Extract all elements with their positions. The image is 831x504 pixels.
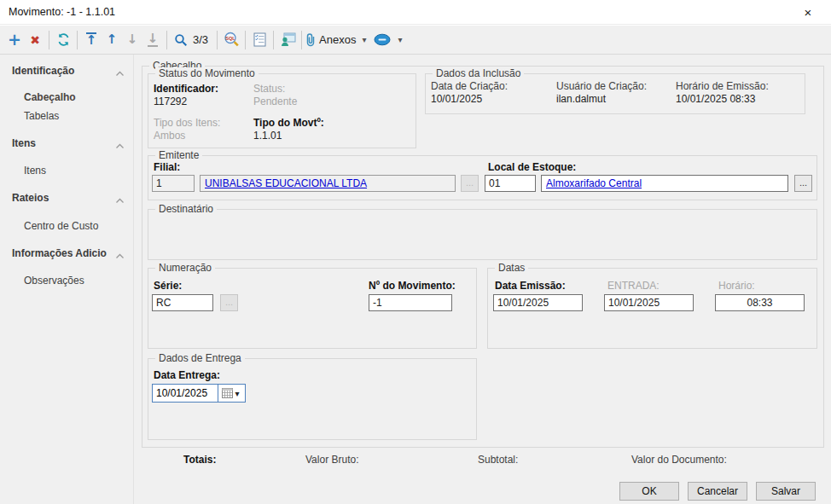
close-icon[interactable]: ×	[799, 4, 817, 21]
filial-name-field: UNIBALSAS EDUCACIONAL LTDA	[200, 175, 456, 192]
main-content: Cabeçalho Status do Movimento Identifica…	[134, 55, 831, 504]
usuario-criacao-value: ilan.dalmut	[556, 93, 606, 105]
tipo-movto-value: 1.1.01	[253, 130, 282, 142]
previous-record-button[interactable]: ↑	[102, 29, 122, 51]
data-entrega-field[interactable]	[153, 385, 218, 401]
ok-button[interactable]: OK	[619, 482, 679, 501]
filial-lookup-button[interactable]: ...	[461, 175, 479, 192]
next-record-button[interactable]: ↓	[122, 29, 142, 51]
toolbar-separator	[301, 31, 302, 49]
toolbar-separator	[49, 31, 49, 49]
paperclip-icon	[305, 32, 316, 48]
tipo-movto-label: Tipo do Movtº:	[253, 117, 324, 129]
plus-icon: +	[8, 32, 21, 48]
toolbar-separator	[77, 31, 78, 49]
group-dados-entrega: Dados de Entrega Data Entrega: ▾	[148, 358, 477, 440]
process-button[interactable]: ▾	[374, 29, 404, 51]
horario-field[interactable]	[715, 294, 805, 311]
user-monitor-icon	[280, 32, 296, 47]
horario-emissao-value: 10/01/2025 08:33	[676, 93, 755, 105]
serie-label: Série:	[154, 280, 182, 292]
sidebar-section-informacoes-adicionais[interactable]: Informações Adicio	[12, 247, 131, 259]
horario-label: Horário:	[718, 280, 755, 292]
sidebar-item-cabecalho[interactable]: Cabeçalho	[24, 91, 126, 103]
anexos-label: Anexos	[319, 33, 356, 46]
valor-bruto-label: Valor Bruto:	[305, 454, 358, 466]
delete-record-button[interactable]: ✖	[25, 29, 45, 51]
group-entrega-caption: Dados de Entrega	[155, 352, 245, 364]
sidebar-section-rateios[interactable]: Rateios	[12, 192, 131, 204]
toolbar-separator	[245, 31, 246, 49]
local-estoque-lookup-button[interactable]: ...	[794, 175, 812, 192]
toolbar-separator	[166, 31, 167, 49]
group-numeracao-caption: Numeração	[155, 262, 215, 274]
sidebar-item-observacoes[interactable]: Observações	[24, 275, 126, 287]
sidebar-section-identificacao[interactable]: Identificação	[12, 65, 131, 77]
group-inclusao-caption: Dados da Inclusão	[433, 67, 524, 79]
status-label: Status:	[253, 83, 285, 95]
valor-documento-label: Valor do Documento:	[631, 454, 727, 466]
local-estoque-code-field[interactable]	[485, 175, 536, 192]
serie-field[interactable]	[152, 294, 213, 311]
chevron-up-icon	[115, 194, 125, 206]
refresh-icon	[56, 32, 71, 47]
cancel-button[interactable]: Cancelar	[688, 482, 747, 501]
horario-emissao-label: Horário de Emissão:	[676, 80, 769, 92]
window-title: Movimento: -1 - 1.1.01	[9, 6, 115, 18]
previous-record-icon: ↑	[107, 33, 118, 46]
log-list-button[interactable]	[249, 29, 270, 51]
sql-query-button[interactable]: SQL	[221, 29, 241, 51]
group-numeracao: Numeração Série: ... Nº do Movimento:	[148, 268, 477, 349]
data-emissao-label: Data Emissão:	[495, 280, 566, 292]
search-button[interactable]	[171, 29, 191, 51]
anexos-button[interactable]: Anexos ▾	[305, 29, 369, 51]
sidebar-section-label: Itens	[12, 137, 36, 149]
toolbar-separator	[217, 31, 218, 49]
next-record-icon: ↓	[127, 33, 138, 46]
data-entrega-calendar-button[interactable]: ▾	[218, 385, 243, 402]
document-list-icon	[253, 32, 266, 47]
group-emitente: Emitente Filial: UNIBALSAS EDUCACIONAL L…	[148, 155, 817, 200]
filial-code-field[interactable]	[152, 175, 195, 192]
sql-search-icon: SQL	[224, 32, 240, 48]
filial-label: Filial:	[154, 161, 180, 173]
sidebar-item-centro-de-custo[interactable]: Centro de Custo	[24, 220, 126, 232]
sidebar-item-itens[interactable]: Itens	[24, 165, 126, 177]
data-entrega-label: Data Entrega:	[154, 369, 220, 381]
status-value: Pendente	[253, 96, 297, 107]
serie-lookup-button[interactable]: ...	[220, 294, 238, 311]
first-record-icon: ↑	[86, 32, 97, 47]
refresh-button[interactable]	[53, 29, 73, 51]
delete-x-icon: ✖	[30, 33, 40, 47]
user-session-button[interactable]	[277, 29, 298, 51]
add-record-button[interactable]: +	[4, 29, 25, 51]
last-record-icon: ↓	[148, 32, 159, 47]
group-status-caption: Status do Movimento	[155, 67, 259, 79]
num-movimento-label: Nº do Movimento:	[369, 280, 456, 292]
sidebar-section-itens[interactable]: Itens	[12, 137, 131, 149]
tipo-itens-value: Ambos	[154, 130, 185, 142]
sidebar-section-label: Informações Adicio	[12, 247, 107, 259]
group-dados-inclusao: Dados da Inclusão Data de Criação: 10/01…	[425, 73, 805, 114]
group-datas: Datas Data Emissão: ENTRADA: Horário:	[487, 268, 817, 349]
data-emissao-field[interactable]	[493, 294, 583, 311]
chevron-down-icon: ▾	[235, 389, 239, 398]
sidebar-item-tabelas[interactable]: Tabelas	[24, 110, 126, 122]
local-estoque-name-link[interactable]: Almoxarifado Central	[546, 177, 642, 189]
search-icon	[174, 33, 188, 47]
chevron-down-icon: ▾	[398, 35, 402, 44]
toolbar-separator	[273, 31, 274, 49]
sidebar-section-label: Identificação	[12, 65, 74, 77]
save-button[interactable]: Salvar	[756, 482, 816, 501]
first-record-button[interactable]: ↑	[81, 29, 102, 51]
filial-name-link[interactable]: UNIBALSAS EDUCACIONAL LTDA	[205, 177, 367, 189]
last-record-button[interactable]: ↓	[142, 29, 163, 51]
data-criacao-label: Data de Criação:	[431, 80, 508, 92]
num-movimento-field[interactable]	[369, 294, 452, 311]
svg-text:SQL: SQL	[225, 36, 235, 41]
data-entrega-datepicker: ▾	[152, 384, 246, 403]
toolbar: + ✖ ↑ ↑ ↓ ↓ 3/3 SQL Anexos ▾	[0, 26, 831, 55]
data-criacao-value: 10/01/2025	[431, 93, 482, 105]
entrada-field[interactable]	[604, 294, 694, 311]
title-bar: Movimento: -1 - 1.1.01 ×	[0, 0, 831, 25]
